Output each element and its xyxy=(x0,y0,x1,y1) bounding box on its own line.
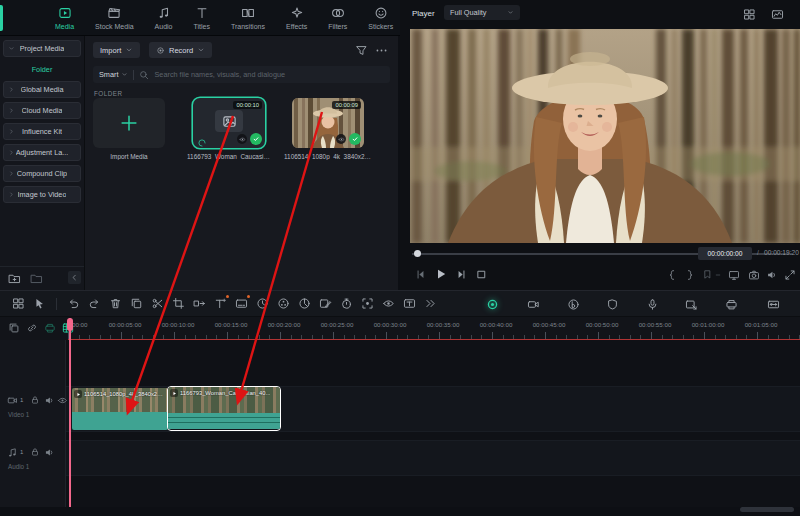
record-button[interactable]: Record xyxy=(149,42,212,58)
next-frame-button[interactable] xyxy=(455,268,468,281)
media-item-1[interactable]: 00:00:10 xyxy=(193,98,265,148)
motion-track-button[interactable] xyxy=(361,297,374,310)
ruler-tick-label: 00:00:35:00 xyxy=(427,321,460,328)
preview-badge[interactable] xyxy=(237,134,247,144)
quality-dropdown[interactable]: Full Quality xyxy=(444,5,520,20)
add-text-button[interactable] xyxy=(214,297,227,310)
timeline-horizontal-scrollbar[interactable] xyxy=(740,507,794,512)
mute-button[interactable] xyxy=(766,269,778,281)
media-item-2[interactable]: 00:00:09 xyxy=(292,98,364,148)
sidebar-item-global-media[interactable]: Global Media xyxy=(3,81,81,98)
auto-caption-button[interactable] xyxy=(235,297,248,310)
mark-out-button[interactable] xyxy=(684,269,696,281)
tab-transitions[interactable]: Transitions xyxy=(226,6,270,30)
ruler-tick-label: 00:00:40:00 xyxy=(480,321,513,328)
snapshot-button[interactable] xyxy=(748,269,760,281)
media-sidebar: Project Media Folder Global Media Cloud … xyxy=(0,36,85,290)
track-mute-button[interactable] xyxy=(44,395,55,406)
fullscreen-button[interactable] xyxy=(784,269,796,281)
play-button[interactable] xyxy=(434,267,448,281)
render-preview-button[interactable] xyxy=(725,298,738,311)
voiceover-button[interactable] xyxy=(646,298,659,311)
speed-ramp-button[interactable] xyxy=(527,298,540,311)
tab-filters[interactable]: Filters xyxy=(323,6,352,30)
sidebar-item-influence-kit[interactable]: Influence Kit xyxy=(3,123,81,140)
chroma-key-button[interactable] xyxy=(298,297,311,310)
media-item-label: Import Media xyxy=(89,153,169,160)
previous-frame-button[interactable] xyxy=(414,268,427,281)
sidebar-item-project-media[interactable]: Project Media xyxy=(3,40,81,57)
beat-detection-button[interactable] xyxy=(567,298,580,311)
import-button[interactable]: Import xyxy=(93,42,140,58)
undo-button[interactable] xyxy=(67,297,80,310)
collapse-sidebar-button[interactable] xyxy=(68,271,81,284)
sidebar-item-image-to-video[interactable]: Image to Video xyxy=(3,186,81,203)
tab-titles[interactable]: Titles xyxy=(189,6,215,30)
redo-button[interactable] xyxy=(88,297,101,310)
sidebar-item-folder[interactable]: Folder xyxy=(0,61,84,77)
mask-button[interactable] xyxy=(382,297,395,310)
chevron-right-icon xyxy=(8,170,15,177)
scopes-button[interactable] xyxy=(771,8,784,21)
ripple-edit-button[interactable] xyxy=(193,297,206,310)
clip-audio-section xyxy=(168,413,280,429)
timeline-clip-2[interactable]: 1166793_Woman_Caucasian_40... xyxy=(167,386,281,431)
preview-display-button[interactable] xyxy=(728,269,740,281)
sidebar-item-cloud-media[interactable]: Cloud Media xyxy=(3,102,81,119)
copy-button[interactable] xyxy=(130,297,143,310)
crop-button[interactable] xyxy=(172,297,185,310)
media-view-button[interactable] xyxy=(12,297,25,310)
stop-button[interactable] xyxy=(475,268,488,281)
import-media-tile[interactable] xyxy=(93,98,165,148)
select-tool-button[interactable] xyxy=(33,297,46,310)
tab-label: Transitions xyxy=(231,23,265,30)
more-options-button[interactable] xyxy=(375,44,388,57)
mark-in-button[interactable] xyxy=(666,269,678,281)
timeline-clip-1[interactable]: 1106514_1080p_4k_3840x2160 xyxy=(72,388,168,430)
text-template-button[interactable] xyxy=(403,297,416,310)
search-mode-dropdown[interactable]: Smart xyxy=(99,70,128,79)
track-mute-button[interactable] xyxy=(44,447,55,458)
track-visibility-button[interactable] xyxy=(57,395,68,406)
track-lock-button[interactable] xyxy=(30,447,40,457)
tab-effects[interactable]: Effects xyxy=(281,6,312,30)
folder-icon[interactable] xyxy=(30,272,43,285)
search-input[interactable] xyxy=(154,70,384,79)
preview-badge[interactable] xyxy=(336,134,346,144)
edit-properties-button[interactable] xyxy=(319,297,332,310)
clip-play-chip xyxy=(170,389,178,397)
new-folder-button[interactable] xyxy=(8,272,21,285)
filter-button[interactable] xyxy=(355,44,368,57)
tab-label: Audio xyxy=(155,23,173,30)
sidebar-item-adjustment-layer[interactable]: Adjustment La... xyxy=(3,144,81,161)
effects-tab-icon xyxy=(290,6,304,20)
more-tools-button[interactable] xyxy=(424,297,437,310)
track-height-caret[interactable] xyxy=(768,300,775,307)
chevron-right-icon xyxy=(8,107,15,114)
chevron-down-icon xyxy=(121,71,128,78)
silence-detection-button[interactable] xyxy=(606,298,619,311)
speed-button[interactable] xyxy=(256,297,269,310)
tab-stickers[interactable]: Stickers xyxy=(363,6,398,30)
tab-media[interactable]: Media xyxy=(50,6,79,30)
add-marker-button[interactable] xyxy=(702,269,713,280)
delete-button[interactable] xyxy=(109,297,122,310)
sidebar-item-compound-clip[interactable]: Compound Clip xyxy=(3,165,81,182)
audio-track-lane[interactable] xyxy=(0,440,800,476)
playhead-handle[interactable] xyxy=(67,318,73,331)
timeline-ruler[interactable]: 00:0000:00:05:0000:00:10:0000:00:15:0000… xyxy=(0,316,800,340)
track-lock-button[interactable] xyxy=(30,395,40,405)
tab-stock-media[interactable]: Stock Media xyxy=(90,6,139,30)
tab-audio[interactable]: Audio xyxy=(150,6,178,30)
chevron-down-icon xyxy=(197,46,205,54)
color-correction-button[interactable] xyxy=(277,297,290,310)
quick-export-button[interactable] xyxy=(685,298,698,311)
smart-edit-toggle[interactable] xyxy=(486,298,499,311)
duration-button[interactable] xyxy=(340,297,353,310)
sidebar-footer xyxy=(0,266,84,288)
split-view-button[interactable] xyxy=(743,8,756,21)
player-panel: Player Full Quality xyxy=(400,0,800,290)
player-seek-handle[interactable] xyxy=(414,250,421,257)
media-item-label: 1166793_Woman_Caucasian... xyxy=(187,153,271,160)
split-button[interactable] xyxy=(151,297,164,310)
